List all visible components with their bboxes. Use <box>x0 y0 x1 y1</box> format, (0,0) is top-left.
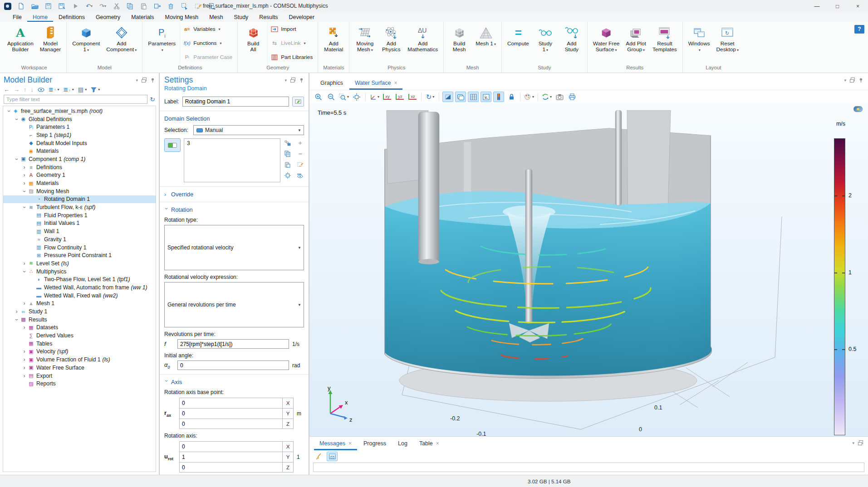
menu-study[interactable]: Study <box>229 13 254 22</box>
base-point-y-input[interactable] <box>179 408 283 419</box>
minimize-button[interactable]: — <box>807 0 827 12</box>
float-panel-icon[interactable] <box>141 77 147 83</box>
color-legend-toggle[interactable] <box>493 92 504 102</box>
show-toggle-button[interactable] <box>38 88 44 92</box>
scene-light-toggle[interactable] <box>455 92 466 102</box>
axis-orientation-toggle[interactable] <box>481 92 491 102</box>
selection-dropdown[interactable]: Manual ▼ <box>193 125 304 135</box>
grid-toggle[interactable] <box>468 92 479 102</box>
view-thumbnail-icon[interactable] <box>853 106 863 112</box>
print-button[interactable] <box>567 92 578 102</box>
parameters-button[interactable]: Pi Parameters▾ <box>145 23 179 64</box>
panel-menu-icon[interactable]: ▾ <box>284 78 287 83</box>
pin-panel-icon[interactable] <box>150 78 155 83</box>
menu-moving-mesh[interactable]: Moving Mesh <box>160 13 204 22</box>
node-text-button[interactable]: ▤▾ <box>78 86 87 93</box>
panel-menu-icon[interactable]: ▾ <box>136 78 138 83</box>
expand-icon[interactable]: › <box>21 324 27 331</box>
back-button[interactable]: ← <box>4 86 10 93</box>
expand-icon[interactable]: › <box>21 348 27 355</box>
environment-reflections-button[interactable]: ▾ <box>541 92 552 102</box>
expand-all-button[interactable]: ≣↓▾ <box>63 86 74 93</box>
tree-item-reports[interactable]: ▨Reports <box>3 380 156 388</box>
expand-icon[interactable]: › <box>21 365 27 371</box>
tab-water-surface[interactable]: Water Surface× <box>349 77 402 90</box>
tree-item-flow-continuity-1[interactable]: ▥Flow Continuity 1 <box>3 244 156 252</box>
tree-item-fluid-properties-1[interactable]: ▤Fluid Properties 1 <box>3 211 156 219</box>
menu-developer[interactable]: Developer <box>284 13 320 22</box>
view-xy-button[interactable]: xy <box>382 92 392 102</box>
collapse-icon[interactable]: › <box>21 268 28 274</box>
select-button[interactable] <box>181 2 188 10</box>
go-to-view-button[interactable]: ▾ <box>369 92 380 102</box>
parameter-case-button[interactable]: PiParameter Case <box>183 53 232 61</box>
tree-item-multiphysics[interactable]: ›∴Multiphysics <box>3 268 156 276</box>
view-lock-button[interactable] <box>506 92 517 102</box>
tree-item-parameters-1[interactable]: PᵢParameters 1 <box>3 123 156 131</box>
tree-item-wall-1[interactable]: ▥Wall 1 <box>3 227 156 235</box>
tree-item-moving-mesh[interactable]: ›▨Moving Mesh <box>3 187 156 195</box>
collapse-icon[interactable]: › <box>6 108 12 114</box>
open-file-button[interactable] <box>31 2 39 10</box>
float-panel-icon[interactable] <box>290 77 296 83</box>
remove-from-selection-icon[interactable]: − <box>296 150 304 157</box>
expand-icon[interactable]: › <box>21 300 27 307</box>
expand-icon[interactable]: › <box>21 172 27 178</box>
application-builder-button[interactable]: A ApplicationBuilder <box>4 23 37 64</box>
add-to-selection-icon[interactable]: + <box>296 139 304 146</box>
tab-messages[interactable]: Messages× <box>314 437 357 450</box>
view-xz-button[interactable]: xz <box>407 92 418 102</box>
selection-list-item[interactable]: 3 <box>187 140 190 146</box>
section-rotation[interactable]: ›Rotation <box>164 206 304 213</box>
rename-button[interactable] <box>292 97 304 107</box>
component-1-button[interactable]: Component1▾ <box>69 23 103 64</box>
close-tab-icon[interactable]: × <box>394 80 397 86</box>
clear-messages-button[interactable] <box>313 452 324 461</box>
tree-item-derived-values[interactable]: ∑Derived Values <box>3 331 156 340</box>
copy-selection-icon[interactable] <box>284 150 291 157</box>
tree-filter-input[interactable] <box>4 95 147 104</box>
tree-item-step-1[interactable]: ⌐Step 1(step1) <box>3 131 156 139</box>
expand-icon[interactable]: › <box>21 164 27 170</box>
expand-icon[interactable]: › <box>21 260 27 267</box>
water-free-surface-button[interactable]: Water FreeSurface▾ <box>590 23 623 64</box>
base-point-x-input[interactable] <box>179 398 283 408</box>
add-component-button[interactable]: AddComponent▾ <box>103 23 140 64</box>
tree-item-two-phase-flow-level-set-1[interactable]: ◗Two-Phase Flow, Level Set 1(tpf1) <box>3 275 156 283</box>
functions-button[interactable]: f(x)Functions▾ <box>183 39 232 47</box>
snapshot-button[interactable] <box>554 92 565 102</box>
rotation-axis-x-input[interactable] <box>179 441 283 452</box>
help-button[interactable]: ? <box>854 25 864 34</box>
tree-item-rotating-domain-1[interactable]: ◔Rotating Domain 1 <box>3 195 156 204</box>
paste-button[interactable] <box>140 2 147 10</box>
menu-file[interactable]: File <box>7 13 27 22</box>
tree-item-datasets[interactable]: ›▦Datasets <box>3 324 156 332</box>
tree-item-water-free-surface[interactable]: ›▣Water Free Surface <box>3 364 156 372</box>
collapse-icon[interactable]: › <box>21 205 28 210</box>
menu-home[interactable]: Home <box>27 13 53 22</box>
paste-selection-icon[interactable] <box>284 161 291 168</box>
default-view-button[interactable]: ↻▾ <box>425 92 436 102</box>
run-button[interactable] <box>72 2 79 10</box>
transparency-toggle[interactable] <box>442 92 453 102</box>
tree-item-wetted-wall-fixed-wall[interactable]: ▬Wetted Wall, Fixed wall(ww2) <box>3 292 156 300</box>
panel-menu-icon[interactable]: ▾ <box>844 78 846 83</box>
maximize-button[interactable]: □ <box>827 0 848 12</box>
move-up-button[interactable]: ↑ <box>24 86 27 93</box>
view-yz-button[interactable]: yz <box>394 92 405 102</box>
label-input[interactable] <box>182 97 289 107</box>
tree-item-study-1[interactable]: ›∞Study 1 <box>3 307 156 316</box>
moving-mesh-button[interactable]: MovingMesh▾ <box>352 23 378 64</box>
livelink-button[interactable]: ⇆LiveLink▾ <box>270 39 313 47</box>
tree-item-free-surface-mixer-ls-mph[interactable]: ›◈free_surface_mixer_ls.mph(root) <box>3 107 156 115</box>
collapse-all-button[interactable]: ≣↑▾ <box>49 86 59 93</box>
add-mathematics-button[interactable]: ΔU AddMathematics <box>404 23 441 64</box>
add-material-button[interactable]: AddMaterial <box>320 23 347 64</box>
delete-button[interactable] <box>167 2 175 10</box>
new-file-button[interactable] <box>17 2 25 10</box>
build-all-button[interactable]: BuildAll <box>240 23 266 64</box>
zoom-in-button[interactable] <box>313 92 324 102</box>
expand-icon[interactable]: › <box>21 356 27 363</box>
section-override[interactable]: ›Override <box>164 191 304 198</box>
tree-item-pressure-point-constraint-1[interactable]: ⊞Pressure Point Constraint 1 <box>3 251 156 259</box>
